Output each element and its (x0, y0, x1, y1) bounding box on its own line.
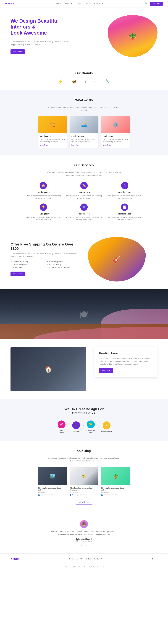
our-blog-section: Our Blog At vero eos et accusam quasi no… (0, 441, 168, 512)
author-icon-2: 👤 (69, 494, 71, 496)
arch-link[interactable]: Learn More → (40, 144, 65, 146)
nav-gallery[interactable]: Gallery (85, 2, 91, 5)
hero-cta-button[interactable]: Read More (11, 49, 25, 54)
twitter-icon[interactable]: t (157, 558, 157, 560)
logo-icon: ■ (5, 2, 7, 5)
interior-desc: Lorem ipsum dolor sit amet consect etur … (71, 138, 97, 143)
heading-card: Heading Here At vero eos et accusam quas… (94, 347, 157, 378)
what-we-do-subtitle: At vero eos et accusam quasi notated exe… (46, 106, 122, 112)
service-heading-2: Heading Here (78, 191, 91, 193)
process-step-3: 🤝 Choose the Dale (86, 420, 96, 433)
service-desc-2: Lorem ipsum dolor sit amet consect etur … (66, 194, 102, 200)
offer-list-item-5: Support team (11, 266, 44, 268)
eng-desc: Lorem ipsum dolor sit amet consect etur … (103, 138, 128, 143)
hero-headline: We Design Beautiful Interiors & Look Awe… (11, 18, 73, 36)
dot-2[interactable] (83, 544, 85, 546)
eng-link[interactable]: Learn More → (103, 144, 128, 146)
design-process-title: We Do Great Design For Creative Folks. (11, 407, 157, 415)
service-desc-5: Lorem ipsum dolor sit amet consect etur … (66, 216, 102, 221)
blog-title-3: Sit voluptatem accusantium dolorque (101, 487, 130, 491)
brand-logo-2: 🦋 (71, 79, 76, 84)
footer-logo-icon: ■ (11, 558, 12, 560)
footer-link-about[interactable]: About Us (76, 558, 83, 560)
blog-card-3: 🪴 Sit voluptatem accusantium dolorque 20… (101, 467, 130, 496)
offer-cta-button[interactable]: Read More (11, 272, 25, 276)
blog-image-2: 🌾 (69, 467, 99, 486)
step-label-3: Choose the Dale (86, 430, 96, 433)
interior-arrow-icon: → (80, 144, 81, 146)
footer-main: ■ Inside Home About Us Gallery Contact U… (0, 554, 168, 564)
author-icon-1: 👤 (38, 494, 40, 496)
footer-link-contact[interactable]: Contact Us (94, 558, 103, 560)
blog-title-2: Sit voluptatem accusantium dolorque (69, 487, 99, 491)
heading-cta-button[interactable]: Read More (99, 368, 113, 373)
service-icon-2: ✏️ (80, 182, 88, 189)
hero-description: All purchases and free pick-up in store … (11, 40, 73, 46)
service-item-5: ⚙️ Heading Here Lorem ipsum dolor sit am… (66, 204, 102, 221)
navbar-actions: 🔍 Contact Us (145, 2, 163, 6)
heading-section: 🏠 Heading Here At vero eos et accusam qu… (0, 339, 168, 399)
nav-about[interactable]: About Us (65, 2, 72, 5)
service-heading-5: Heading Here (78, 213, 91, 215)
service-cards-row: 🏗️ Architecture Lorem ipsum dolor sit am… (11, 116, 157, 148)
process-steps: 🖊 Dream Design → 📞 Contact Us → 🤝 Choose… (11, 420, 157, 433)
nav-contact[interactable]: Contact Us (94, 2, 103, 5)
service-card-interior: 🛋️ Interior Design Lorem ipsum dolor sit… (69, 116, 99, 148)
footer-brand-name: Inside (13, 558, 20, 560)
dot-1[interactable] (81, 544, 82, 546)
arch-arrow-icon: → (48, 144, 50, 146)
step-label-2: Contact Us (72, 430, 80, 432)
service-card-arch: 🏗️ Architecture Lorem ipsum dolor sit am… (38, 116, 67, 148)
process-step-1: 🖊 Dream Design (56, 420, 67, 433)
step-circle-1: 🖊 (58, 420, 65, 428)
contact-button[interactable]: Contact Us (150, 2, 163, 6)
footer-logo: ■ Inside (11, 558, 20, 560)
dot-3[interactable] (86, 544, 87, 546)
offer-list-item-4: Extra fast delivery (47, 264, 80, 266)
footer-link-home[interactable]: Home (69, 558, 74, 560)
step-label-4: Design Ready (101, 430, 112, 432)
blog-view-all-button[interactable]: View All Post (76, 500, 92, 504)
service-heading-6: Heading Here (118, 213, 131, 215)
brand-logo[interactable]: ■ Inside (5, 2, 15, 5)
heading-room-image: 🏠 (11, 347, 86, 392)
blog-date-1: 20 Sep 2018 (38, 492, 67, 493)
testimonial-dots (11, 544, 157, 546)
interior-card-body: Interior Design Lorem ipsum dolor sit am… (69, 133, 99, 148)
blog-image-3: 🪴 (101, 467, 130, 486)
service-icon-4: 💡 (40, 204, 47, 211)
offer-section: Offer Free Shipping On Orders Over $100 … (0, 229, 168, 289)
search-icon[interactable]: 🔍 (145, 2, 147, 5)
arch-desc: Lorem ipsum dolor sit amet consect etur … (40, 138, 65, 143)
footer-link-gallery[interactable]: Gallery (86, 558, 92, 560)
hero-divider (11, 38, 16, 38)
our-blog-subtitle: At vero eos et accusam quasi notated exe… (46, 456, 122, 462)
arch-image: 🏗️ (38, 116, 67, 133)
service-desc-3: Lorem ipsum dolor sit amet consect etur … (106, 194, 143, 200)
interior-link-label: Learn More (71, 144, 79, 146)
offer-list-item-1: Free next-day delivery (11, 261, 44, 263)
service-icon-6: 📈 (121, 204, 128, 211)
process-step-4: ✓ Design Ready (101, 422, 112, 432)
nav-home[interactable]: Home (56, 2, 61, 5)
eng-image: ⚙️ (101, 116, 130, 133)
what-we-do-section: What we do At vero eos et accusam quasi … (0, 90, 168, 156)
blog-cards: 🏙️ Sit voluptatem accusantium dolorque 2… (11, 467, 157, 496)
blog-image-1: 🏙️ (38, 467, 67, 486)
service-item-6: 📈 Heading Here Lorem ipsum dolor sit ame… (106, 204, 143, 221)
instagram-icon[interactable]: i (155, 558, 155, 560)
interior-link[interactable]: Learn More → (71, 144, 97, 146)
blog-card-1: 🏙️ Sit voluptatem accusantium dolorque 2… (38, 467, 67, 496)
nav-pages[interactable]: Pages (76, 2, 81, 5)
blog-title-1: Sit voluptatem accusantium dolorque (38, 487, 67, 491)
eng-title: Engineering (103, 135, 128, 137)
service-item-1: 🏠 Heading Here Lorem ipsum dolor sit ame… (25, 182, 62, 200)
service-item-2: ✏️ Heading Here Lorem ipsum dolor sit am… (66, 182, 102, 200)
service-desc-6: Lorem ipsum dolor sit amet consect etur … (106, 216, 143, 221)
brands-title: Our Brands (11, 71, 157, 75)
nav-links: Home About Us Pages Gallery Contact Us (56, 2, 103, 5)
blog-author-3: 👤 Jenifer by accusantium (101, 494, 130, 496)
facebook-icon[interactable]: f (152, 558, 153, 560)
arch-link-label: Learn More (40, 144, 48, 146)
testimonial-section: 👩 At vero eos et accusam quasi notated e… (0, 512, 168, 554)
